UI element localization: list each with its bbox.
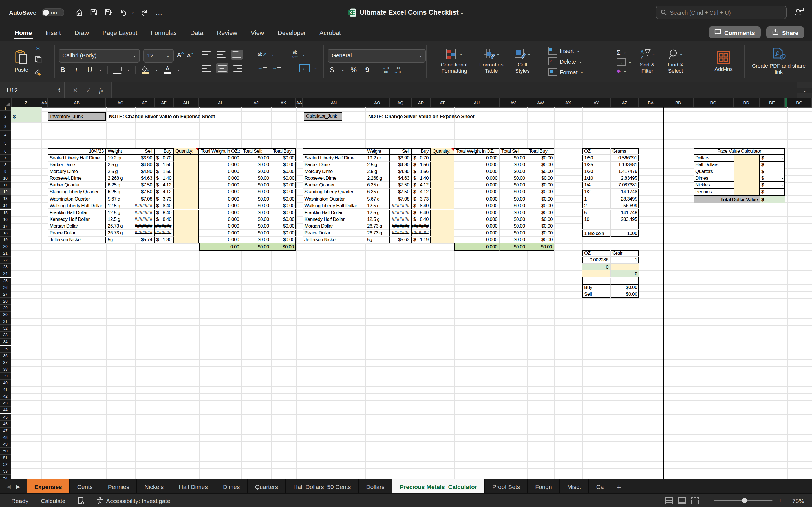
calculator-cell-r9-c1[interactable]: 12.5 g xyxy=(365,216,390,223)
calculator-cell-r10-c1[interactable]: 26.73 g xyxy=(365,223,390,230)
inventory-total-1[interactable]: $0.00 xyxy=(241,243,271,251)
calculator-cell-r11-c0[interactable]: Peace Dollar xyxy=(303,230,365,237)
calculator-cell-r4-c3[interactable]: $4.12 xyxy=(412,182,431,189)
calculator-total-0[interactable]: 0.000 xyxy=(455,243,500,251)
create-pdf-button[interactable]: Create PDF and share link xyxy=(749,46,809,76)
formula-bar-expand-icon[interactable]: ⌄ xyxy=(797,88,812,93)
calculator-cell-r0-c2[interactable]: $3.90 xyxy=(390,155,412,161)
sheet-tab-quarters[interactable]: Quarters xyxy=(248,480,286,494)
sheet-tab-cents[interactable]: Cents xyxy=(70,480,101,494)
inventory-cell-r11-c3[interactable]: ####### xyxy=(154,230,174,237)
calculator-cell-r9-c5[interactable]: 0.000 xyxy=(455,216,500,223)
oz-grams-cell-r4-c0[interactable]: 1/4 xyxy=(582,182,611,189)
font-color-chevron-icon[interactable]: ⌄ xyxy=(177,68,180,72)
row-header-42[interactable]: 42 xyxy=(0,393,11,400)
inventory-cell-r1-c2[interactable]: $4.80 xyxy=(135,162,154,168)
sheet-tab-pennies[interactable]: Pennies xyxy=(101,480,137,494)
inventory-cell-r8-c5[interactable]: 0.000 xyxy=(199,209,241,216)
share-button[interactable]: Share xyxy=(766,26,804,38)
row-header-29[interactable]: 29 xyxy=(0,305,11,312)
calculator-cell-r2-c5[interactable]: 0.000 xyxy=(455,168,500,175)
inventory-header-4[interactable]: Quantity: xyxy=(174,148,199,155)
undo-icon[interactable] xyxy=(119,8,128,17)
row-header-38[interactable]: 38 xyxy=(0,366,11,373)
inventory-cell-r7-c4[interactable] xyxy=(174,203,199,209)
inventory-cell-r6-c3[interactable]: $3.73 xyxy=(154,196,174,203)
redo-icon[interactable] xyxy=(140,8,149,17)
face-value-amount-5[interactable]: $- xyxy=(760,189,785,195)
inventory-cell-r7-c3[interactable]: $8.40 xyxy=(154,203,174,209)
column-header-AC-3[interactable]: AC xyxy=(106,98,135,107)
zoom-slider-knob[interactable] xyxy=(742,498,747,503)
inventory-cell-r7-c2[interactable]: ####### xyxy=(135,203,154,209)
row-header-51[interactable]: 51 xyxy=(0,455,11,461)
calculator-cell-r6-c2[interactable]: $7.08 xyxy=(390,196,412,203)
borders-icon[interactable] xyxy=(113,66,122,74)
calculator-cell-r9-c3[interactable]: $8.40 xyxy=(412,216,431,223)
cell-inventory-junk[interactable]: Inventory_Junk xyxy=(48,112,106,121)
oz-grams-header-0[interactable]: OZ xyxy=(582,148,611,155)
inventory-cell-r8-c4[interactable] xyxy=(174,209,199,216)
calculator-header-0[interactable] xyxy=(303,148,365,155)
oz-grain-cell-r3-c1[interactable] xyxy=(611,277,639,284)
ribbon-tab-formulas[interactable]: Formulas xyxy=(144,25,184,41)
home-icon[interactable] xyxy=(75,8,84,17)
oz-grain-cell-r4-c1[interactable]: $0.00 xyxy=(611,284,639,291)
macro-record-icon[interactable] xyxy=(78,497,84,505)
calculator-cell-r1-c6[interactable]: $0.00 xyxy=(500,162,527,168)
calculator-cell-r10-c7[interactable]: $0.00 xyxy=(527,223,554,230)
sort-filter-button[interactable]: AZ ⌄ Sort & Filter xyxy=(635,47,660,75)
row-header-17[interactable]: 17 xyxy=(0,223,11,230)
face-value-input-column[interactable] xyxy=(733,155,760,195)
inventory-cell-r11-c1[interactable]: 26.73 g xyxy=(106,230,135,237)
calculator-cell-r4-c2[interactable]: $7.50 xyxy=(390,182,412,189)
cell-styles-button[interactable]: ⌄ Cell Styles xyxy=(509,47,536,75)
find-select-button[interactable]: ⌄ Find & Select xyxy=(663,47,688,75)
column-header-hidden-gap[interactable] xyxy=(785,98,787,107)
bold-button[interactable]: B xyxy=(58,66,67,74)
inventory-cell-r2-c0[interactable]: Mercury Dime xyxy=(48,168,106,175)
cell-note-2[interactable]: NOTE: Change Silver Value on Expense She… xyxy=(366,112,553,121)
inventory-cell-r11-c4[interactable] xyxy=(174,230,199,237)
inventory-cell-r0-c1[interactable]: 19.2 gr xyxy=(106,155,135,161)
oz-grams-cell-r9-c0[interactable]: 10 xyxy=(582,216,611,223)
calculator-cell-r8-c4[interactable] xyxy=(431,209,455,216)
calculator-cell-r11-c6[interactable]: $0.00 xyxy=(500,230,527,237)
sheet-tab-dimes[interactable]: Dimes xyxy=(216,480,248,494)
column-header-BB-23[interactable]: BB xyxy=(663,98,694,107)
oz-grams-cell-r4-c1[interactable]: 7.087381 xyxy=(611,182,639,189)
column-header-AO-12[interactable]: AO xyxy=(365,98,390,107)
currency-chevron-icon[interactable]: ⌄ xyxy=(342,68,345,72)
oz-grain-cell-r1-c1[interactable] xyxy=(611,264,639,271)
inventory-cell-r11-c2[interactable]: ####### xyxy=(135,230,154,237)
calculator-cell-r4-c0[interactable]: Barber Quarter xyxy=(303,182,365,189)
inventory-cell-r4-c2[interactable]: $7.50 xyxy=(135,182,154,189)
inventory-cell-r2-c3[interactable]: $1.56 xyxy=(154,168,174,175)
copy-icon[interactable] xyxy=(35,55,42,65)
oz-grams-cell-r11-c0[interactable]: 1 kilo coin xyxy=(582,230,611,237)
row-header-6[interactable]: 6 xyxy=(0,148,11,155)
inventory-cell-r3-c4[interactable] xyxy=(174,175,199,182)
inventory-cell-r10-c3[interactable]: ####### xyxy=(154,223,174,230)
align-right-icon[interactable] xyxy=(233,64,243,72)
increase-indent-icon[interactable]: →☰ xyxy=(271,65,281,71)
orientation-chevron-icon[interactable]: ⌄ xyxy=(271,52,274,57)
inventory-cell-r3-c7[interactable]: $0.00 xyxy=(271,175,296,182)
ribbon-tab-home[interactable]: Home xyxy=(8,25,39,41)
calculator-cell-r2-c7[interactable]: $0.00 xyxy=(527,168,554,175)
column-header-AE-4[interactable]: AE xyxy=(135,98,154,107)
calculator-cell-r0-c0[interactable]: Seated Liberty Half Dime xyxy=(303,155,365,161)
row-header-1[interactable]: 1 xyxy=(0,107,11,111)
calculator-cell-r11-c5[interactable]: 0.000 xyxy=(455,230,500,237)
calculator-cell-r7-c0[interactable]: Walking Liberty Half Dollar xyxy=(303,203,365,209)
column-header-BD-25[interactable]: BD xyxy=(733,98,760,107)
column-header-AW-18[interactable]: AW xyxy=(527,98,554,107)
calculator-cell-r12-c7[interactable]: $0.00 xyxy=(527,237,554,243)
inventory-cell-r10-c1[interactable]: 26.73 g xyxy=(106,223,135,230)
calculator-cell-r11-c4[interactable] xyxy=(431,230,455,237)
formula-input[interactable] xyxy=(111,82,797,98)
ribbon-tab-review[interactable]: Review xyxy=(210,25,244,41)
inventory-cell-r12-c7[interactable]: $0.00 xyxy=(271,237,296,243)
search-input[interactable]: Search (Cmd + Ctrl + U) xyxy=(656,6,786,19)
row-header-2[interactable]: 2 xyxy=(0,111,11,122)
